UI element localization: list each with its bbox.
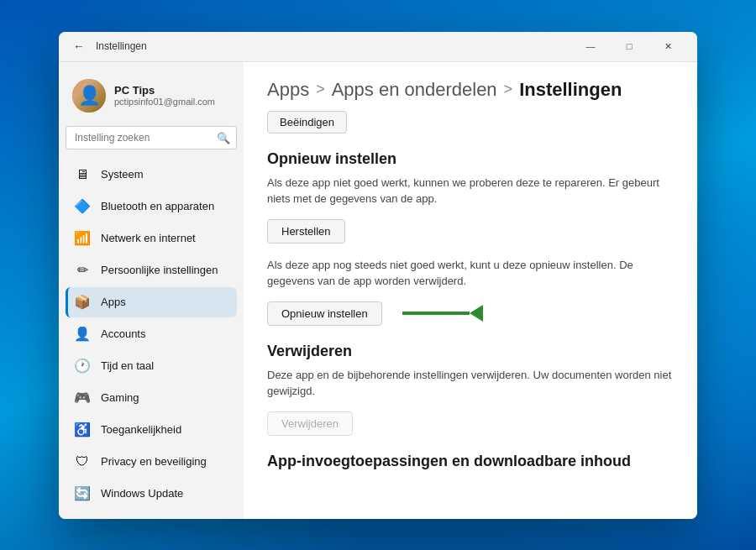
tijd-icon: 🕐 xyxy=(74,358,91,375)
sidebar-item-label: Privacy en beveiliging xyxy=(101,455,207,468)
settings-window: ← Instellingen — □ ✕ PC Tips pctipsinfo0… xyxy=(59,32,697,519)
back-button[interactable]: ← xyxy=(69,36,89,56)
content-area: PC Tips pctipsinfo01@gmail.com 🔍 🖥 Syste… xyxy=(59,62,697,519)
breadcrumb: Apps > Apps en onderdelen > Instellingen xyxy=(267,79,674,101)
search-icon: 🔍 xyxy=(217,131,230,144)
profile-name: PC Tips xyxy=(114,84,230,97)
apps-icon: 📦 xyxy=(74,294,91,311)
arrow-head xyxy=(470,305,483,322)
sidebar-item-tijd[interactable]: 🕐 Tijd en taal xyxy=(66,351,237,381)
opnieuw-desc2: Als deze app nog steeds niet goed werkt,… xyxy=(267,257,674,290)
accounts-icon: 👤 xyxy=(74,326,91,343)
avatar xyxy=(72,79,106,113)
sidebar-item-toegankelijkheid[interactable]: ♿ Toegankelijkheid xyxy=(66,415,237,445)
breadcrumb-sep1: > xyxy=(316,81,325,98)
gaming-icon: 🎮 xyxy=(74,390,91,406)
herstellen-button[interactable]: Herstellen xyxy=(267,219,345,244)
profile-info: PC Tips pctipsinfo01@gmail.com xyxy=(114,84,230,107)
window-title: Instellingen xyxy=(96,40,571,52)
sidebar-item-bluetooth[interactable]: 🔷 Bluetooth en apparaten xyxy=(66,191,237,222)
invoegtoepassingen-title: App-invoegtoepassingen en downloadbare i… xyxy=(267,453,674,470)
reinstall-row: Opnieuw instellen xyxy=(267,301,674,326)
update-icon: 🔄 xyxy=(74,485,91,502)
profile-email: pctipsinfo01@gmail.com xyxy=(114,97,230,107)
opnieuw-desc1: Als deze app niet goed werkt, kunnen we … xyxy=(267,175,674,207)
verwijderen-title: Verwijderen xyxy=(267,343,674,360)
title-bar: ← Instellingen — □ ✕ xyxy=(59,32,697,62)
systeem-icon: 🖥 xyxy=(74,166,91,183)
maximize-button[interactable]: □ xyxy=(610,32,648,62)
profile-section: PC Tips pctipsinfo01@gmail.com xyxy=(66,72,237,123)
sidebar-item-apps[interactable]: 📦 Apps xyxy=(66,287,237,317)
breadcrumb-sep2: > xyxy=(504,81,513,98)
toegankelijkheid-icon: ♿ xyxy=(74,422,91,438)
breadcrumb-part1: Apps xyxy=(267,79,309,101)
sidebar-item-label: Systeem xyxy=(101,168,144,181)
minimize-button[interactable]: — xyxy=(571,32,610,62)
sidebar-item-gaming[interactable]: 🎮 Gaming xyxy=(66,383,237,413)
beindigen-button[interactable]: Beëindigen xyxy=(267,111,347,134)
sidebar-item-windows-update[interactable]: 🔄 Windows Update xyxy=(66,479,237,509)
sidebar-item-label: Tijd en taal xyxy=(101,359,154,372)
search-box: 🔍 xyxy=(66,126,237,149)
privacy-icon: 🛡 xyxy=(74,453,91,470)
sidebar: PC Tips pctipsinfo01@gmail.com 🔍 🖥 Syste… xyxy=(59,62,244,519)
opnieuw-instellen-title: Opnieuw instellen xyxy=(267,150,674,168)
sidebar-item-label: Bluetooth en apparaten xyxy=(101,200,214,212)
sidebar-item-label: Accounts xyxy=(101,327,145,340)
verwijderen-button[interactable]: Verwijderen xyxy=(267,411,353,436)
green-arrow xyxy=(402,305,483,322)
netwerk-icon: 📶 xyxy=(74,230,91,247)
sidebar-item-label: Apps xyxy=(101,296,126,308)
sidebar-item-persoonlijk[interactable]: ✏ Persoonlijke instellingen xyxy=(66,255,237,285)
sidebar-item-label: Gaming xyxy=(101,391,139,404)
sidebar-item-label: Netwerk en internet xyxy=(101,232,196,244)
search-input[interactable] xyxy=(66,126,237,149)
breadcrumb-part2: Apps en onderdelen xyxy=(332,79,497,101)
close-button[interactable]: ✕ xyxy=(648,32,687,62)
sidebar-item-accounts[interactable]: 👤 Accounts xyxy=(66,319,237,349)
window-controls: — □ ✕ xyxy=(571,32,687,62)
sidebar-item-systeem[interactable]: 🖥 Systeem xyxy=(66,160,237,190)
persoonlijk-icon: ✏ xyxy=(74,262,91,279)
sidebar-item-label: Persoonlijke instellingen xyxy=(101,264,218,276)
opnieuw-instellen-button[interactable]: Opnieuw instellen xyxy=(267,301,382,326)
nav-menu: 🖥 Systeem 🔷 Bluetooth en apparaten 📶 Net… xyxy=(66,160,237,509)
verwijderen-desc: Deze app en de bijbehorende instellingen… xyxy=(267,367,674,400)
sidebar-item-label: Toegankelijkheid xyxy=(101,423,181,436)
bluetooth-icon: 🔷 xyxy=(74,198,91,215)
main-content: Apps > Apps en onderdelen > Instellingen… xyxy=(244,62,697,519)
arrow-line xyxy=(402,312,470,315)
breadcrumb-part3: Instellingen xyxy=(519,79,622,101)
sidebar-item-privacy[interactable]: 🛡 Privacy en beveiliging xyxy=(66,447,237,477)
sidebar-item-label: Windows Update xyxy=(101,487,183,500)
sidebar-item-netwerk[interactable]: 📶 Netwerk en internet xyxy=(66,223,237,254)
